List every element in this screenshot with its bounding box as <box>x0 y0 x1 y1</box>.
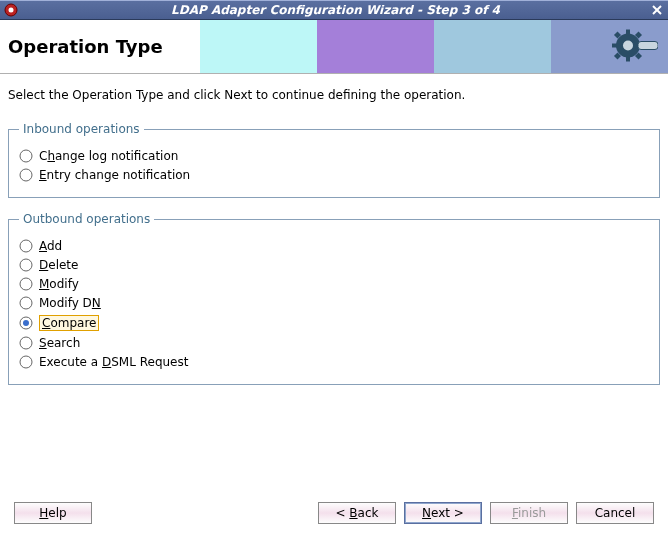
outbound-option-4[interactable]: Compare <box>19 315 649 331</box>
close-icon[interactable] <box>649 2 665 18</box>
inbound-option-label: Change log notification <box>39 149 178 163</box>
outbound-option-label: Compare <box>39 315 99 331</box>
outbound-option-1[interactable]: Delete <box>19 258 649 272</box>
outbound-option-label: Modify DN <box>39 296 101 310</box>
next-button[interactable]: Next > <box>404 502 482 524</box>
inbound-option-1[interactable]: Entry change notification <box>19 168 649 182</box>
instruction-text: Select the Operation Type and click Next… <box>0 74 668 108</box>
outbound-option-0[interactable]: Add <box>19 239 649 253</box>
outbound-option-3[interactable]: Modify DN <box>19 296 649 310</box>
inbound-option-0[interactable]: Change log notification <box>19 149 649 163</box>
inbound-option-label: Entry change notification <box>39 168 190 182</box>
back-label: < Back <box>335 506 378 520</box>
page-title: Operation Type <box>8 36 163 57</box>
outbound-option-label: Search <box>39 336 80 350</box>
svg-point-5 <box>623 40 633 50</box>
app-icon <box>4 3 18 17</box>
outbound-option-6[interactable]: Execute a DSML Request <box>19 355 649 369</box>
gear-icon <box>610 27 658 66</box>
outbound-option-label: Add <box>39 239 62 253</box>
button-bar: Help < Back Next > Finish Cancel <box>10 502 658 524</box>
svg-rect-7 <box>626 55 630 61</box>
outbound-legend: Outbound operations <box>19 212 154 226</box>
svg-point-18 <box>20 259 32 271</box>
svg-rect-14 <box>638 41 658 49</box>
radio-icon <box>19 355 33 369</box>
finish-button: Finish <box>490 502 568 524</box>
back-button[interactable]: < Back <box>318 502 396 524</box>
help-label: Help <box>39 506 66 520</box>
svg-point-1 <box>9 8 14 13</box>
outbound-option-2[interactable]: Modify <box>19 277 649 291</box>
radio-icon <box>19 296 33 310</box>
inbound-group: Inbound operations Change log notificati… <box>8 122 660 198</box>
radio-icon <box>19 149 33 163</box>
svg-point-22 <box>23 320 29 326</box>
window-title: LDAP Adapter Configuration Wizard - Step… <box>22 3 649 17</box>
outbound-option-label: Modify <box>39 277 79 291</box>
wizard-header: Operation Type <box>0 20 668 74</box>
next-label: Next > <box>422 506 464 520</box>
svg-point-20 <box>20 297 32 309</box>
content-area: Inbound operations Change log notificati… <box>0 108 668 403</box>
svg-rect-8 <box>612 43 618 47</box>
outbound-option-label: Delete <box>39 258 78 272</box>
inbound-legend: Inbound operations <box>19 122 144 136</box>
radio-icon <box>19 258 33 272</box>
radio-icon <box>19 336 33 350</box>
outbound-option-5[interactable]: Search <box>19 336 649 350</box>
svg-point-17 <box>20 240 32 252</box>
outbound-group: Outbound operations AddDeleteModifyModif… <box>8 212 660 385</box>
header-decoration <box>200 20 668 73</box>
title-bar: LDAP Adapter Configuration Wizard - Step… <box>0 0 668 20</box>
radio-icon <box>19 277 33 291</box>
outbound-option-label: Execute a DSML Request <box>39 355 188 369</box>
cancel-label: Cancel <box>595 506 636 520</box>
svg-point-24 <box>20 356 32 368</box>
cancel-button[interactable]: Cancel <box>576 502 654 524</box>
finish-label: Finish <box>512 506 546 520</box>
radio-icon <box>19 239 33 253</box>
svg-point-23 <box>20 337 32 349</box>
radio-selected-icon <box>19 316 33 330</box>
radio-icon <box>19 168 33 182</box>
help-button[interactable]: Help <box>14 502 92 524</box>
svg-point-19 <box>20 278 32 290</box>
svg-rect-6 <box>626 29 630 35</box>
svg-point-15 <box>20 150 32 162</box>
svg-point-16 <box>20 169 32 181</box>
